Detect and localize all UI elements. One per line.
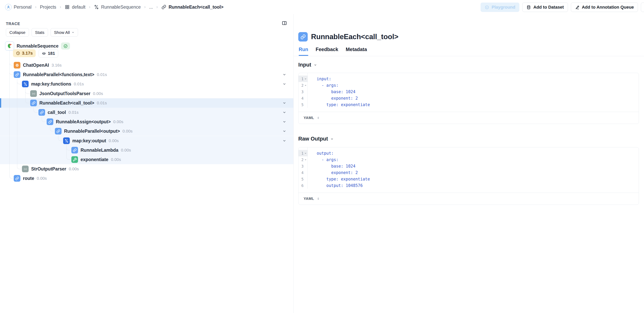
format-label: YAML: [304, 196, 314, 201]
chevron-down-icon[interactable]: [282, 82, 286, 86]
breadcrumb-label: RunnableEach<call_tool>: [168, 4, 224, 10]
run-detail-panel: RunnableEach<call_tool> RunFeedbackMetad…: [294, 14, 644, 313]
trace-row-jsonoutputtoolsparser[interactable]: {x}JsonOutputToolsParser0.00s: [0, 89, 294, 98]
input-section-header[interactable]: Input: [298, 62, 317, 68]
input-heading: Input: [298, 62, 311, 68]
raw-output-format-selector[interactable]: YAML: [298, 193, 639, 205]
code-row: type: exponentiate: [317, 101, 370, 108]
chevron-down-icon[interactable]: [282, 139, 286, 143]
trace-row-runnableparallel-output[interactable]: RunnableParallel<output>0.00s: [0, 127, 294, 136]
code-row: - args:: [317, 156, 370, 163]
raw-output-section-header[interactable]: Raw Output: [298, 136, 334, 142]
breadcrumb-label: default: [72, 4, 86, 10]
token-icon: [42, 51, 46, 56]
trace-row-label: RunnableSequence: [17, 43, 58, 49]
user-avatar-icon: [5, 4, 12, 10]
trace-row-label: exponentiate: [80, 157, 108, 162]
trace-row-runnablelambda[interactable]: RunnableLambda0.00s: [0, 146, 294, 155]
gutter-row: 2: [298, 156, 308, 163]
trace-row-label: RunnableLambda: [80, 148, 118, 153]
fold-chevron-icon[interactable]: [304, 78, 307, 80]
chevron-down-icon[interactable]: [282, 120, 286, 124]
tool-icon: [71, 156, 78, 163]
trace-row-map-key-output[interactable]: map:key:output0.00s: [0, 136, 294, 146]
line-number: 3: [302, 164, 304, 168]
breadcrumb-item-default[interactable]: default: [65, 4, 86, 10]
tab-feedback[interactable]: Feedback: [316, 47, 338, 56]
line-number: 5: [302, 103, 304, 107]
chevron-down-icon[interactable]: [282, 129, 286, 133]
trace-row-runnableassign-output[interactable]: RunnableAssign<output>0.00s: [0, 117, 294, 127]
code-row: type: exponentiate: [317, 176, 370, 182]
breadcrumb-item-runnableeach-call-tool[interactable]: RunnableEach<call_tool>: [161, 4, 224, 10]
trace-tree: 3.17s 181 RunnableSequenceChatOpenAI3.16…: [0, 14, 294, 313]
map-icon: [22, 81, 28, 87]
trace-row-map-key-functions[interactable]: map:key:functions0.01s: [0, 79, 294, 89]
tabs-divider: [294, 56, 644, 56]
line-number-gutter: 12345: [298, 73, 308, 108]
gutter-row: 1: [298, 76, 308, 82]
code-area: output: - args: base: 1024 exponent: 2 t…: [308, 148, 370, 189]
chevron-down-icon[interactable]: [282, 101, 286, 105]
breadcrumb-item-runnablesequence[interactable]: RunnableSequence: [94, 4, 141, 10]
trace-row-duration: 0.01s: [97, 101, 107, 105]
trace-row-chatopenai[interactable]: ChatOpenAI3.16s: [0, 60, 294, 70]
trace-row-runnableparallel-functions-text[interactable]: RunnableParallel<functions,text>0.01s: [0, 70, 294, 79]
top-bar: PersonalProjectsdefaultRunnableSequence.…: [0, 0, 644, 14]
parser-icon: {x}: [22, 165, 28, 172]
trace-row-label: RunnableEach<call_tool>: [40, 100, 94, 106]
add-to-annotation-queue-button[interactable]: Add to Annotation Queue: [571, 2, 638, 12]
code-line: input:: [317, 77, 331, 81]
trace-row-duration: 0.01s: [74, 82, 84, 86]
breadcrumb-item-ellipsis[interactable]: ...: [149, 4, 153, 10]
page-title: RunnableEach<call_tool>: [311, 33, 398, 41]
link-icon: [14, 71, 20, 78]
link-icon: [71, 147, 78, 154]
trace-row-label: StrOutputParser: [31, 166, 66, 172]
sort-toggle-icon: [316, 116, 320, 120]
trace-row-duration: 0.00s: [109, 138, 119, 143]
trace-row-label: RunnableParallel<functions,text>: [23, 72, 94, 77]
parrot-icon: [5, 41, 14, 50]
trace-row-label: JsonOutputToolsParser: [40, 91, 90, 96]
share-button[interactable]: S: [641, 2, 644, 12]
trace-row-call-tool[interactable]: call_tool0.01s: [0, 108, 294, 117]
gutter-row: 4: [298, 95, 308, 101]
code-row: output:: [317, 150, 370, 156]
chevron-down-icon[interactable]: [282, 73, 286, 77]
chevron-down-icon[interactable]: [282, 110, 286, 114]
trace-row-runnableeach-call-tool[interactable]: RunnableEach<call_tool>0.01s: [0, 98, 294, 108]
line-number: 2: [302, 83, 304, 88]
gutter-row: 5: [298, 101, 308, 108]
trace-row-exponentiate[interactable]: exponentiate0.00s: [0, 155, 294, 164]
trace-row-stroutputparser[interactable]: {x}StrOutputParser0.00s: [0, 164, 294, 174]
svg-text:{x}: {x}: [32, 93, 35, 95]
breadcrumb-label: RunnableSequence: [101, 4, 141, 10]
add-to-annotation-queue-label: Add to Annotation Queue: [582, 5, 634, 10]
code-line: exponent: 2: [317, 96, 358, 101]
code-area: input: - args: base: 1024 exponent: 2 ty…: [308, 73, 370, 108]
input-format-selector[interactable]: YAML: [298, 112, 639, 124]
latency-badge: 3.17s: [13, 49, 36, 57]
add-to-dataset-label: Add to Dataset: [533, 5, 564, 10]
trace-row-route[interactable]: route0.00s: [0, 174, 294, 183]
trace-row-label: RunnableParallel<output>: [64, 129, 120, 134]
input-code-block: 12345input: - args: base: 1024 exponent:…: [298, 73, 639, 124]
code-line: - args:: [317, 157, 338, 162]
tab-run[interactable]: Run: [299, 47, 308, 56]
trace-row-duration: 0.00s: [122, 129, 132, 134]
topbar-actions: Playground Add to Dataset Add to Annotat…: [480, 2, 644, 12]
tab-metadata[interactable]: Metadata: [346, 47, 367, 56]
playground-button[interactable]: Playground: [480, 2, 519, 12]
add-to-dataset-button[interactable]: Add to Dataset: [522, 2, 568, 12]
clock-icon: [16, 51, 20, 55]
fold-chevron-icon[interactable]: [304, 152, 307, 155]
fold-chevron-icon[interactable]: [304, 158, 307, 161]
detail-tabs: RunFeedbackMetadata: [299, 47, 367, 56]
chevron-down-icon: [314, 63, 317, 67]
breadcrumb-label: ...: [149, 4, 153, 10]
fold-chevron-icon[interactable]: [304, 84, 307, 87]
openai-icon: [14, 62, 20, 68]
breadcrumb-item-personal[interactable]: Personal: [5, 4, 32, 10]
breadcrumb-item-projects[interactable]: Projects: [40, 4, 56, 10]
